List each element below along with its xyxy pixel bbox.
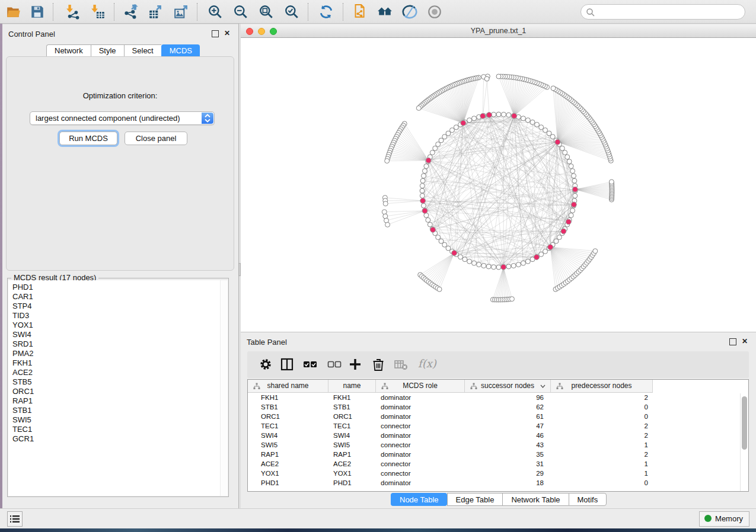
table-row[interactable]: ORC1ORC1dominator610	[248, 412, 749, 421]
search-input[interactable]	[580, 4, 745, 20]
vision-toggle-icon[interactable]	[402, 4, 417, 20]
share-document-icon[interactable]	[352, 4, 367, 20]
table-row[interactable]: STB1STB1dominator620	[248, 402, 749, 412]
tab-edge-table[interactable]: Edge Table	[447, 493, 503, 506]
table-row[interactable]: RAP1RAP1dominator352	[248, 450, 749, 459]
import-table-icon[interactable]	[90, 4, 106, 20]
close-panel-icon[interactable]: ✕	[224, 30, 231, 37]
column-header-mcds-role[interactable]: MCDS role	[376, 380, 465, 393]
optimization-criterion-select[interactable]: largest connected component (undirected)	[30, 111, 215, 125]
table-cell: STB1	[248, 402, 328, 412]
table-row[interactable]: ACE2ACE2connector311	[248, 459, 749, 469]
settings-gear-icon[interactable]	[259, 357, 273, 371]
zoom-fit-icon[interactable]	[259, 4, 274, 20]
delete-table-icon[interactable]	[394, 357, 408, 371]
table-row[interactable]: YOX1YOX1connector291	[248, 469, 749, 478]
mcds-result-item[interactable]: STB1	[12, 406, 221, 415]
zoom-in-icon[interactable]	[208, 4, 223, 20]
zoom-selected-icon[interactable]	[284, 4, 299, 20]
select-all-checkboxes-icon[interactable]	[303, 357, 317, 371]
refresh-icon[interactable]	[318, 4, 334, 20]
table-row[interactable]: FKH1FKH1dominator962	[248, 393, 749, 402]
add-column-icon[interactable]	[348, 357, 362, 371]
eye-disabled-icon[interactable]	[427, 4, 442, 20]
column-layout-icon[interactable]	[280, 357, 294, 371]
table-cell: dominator	[376, 450, 465, 459]
table-cell: dominator	[376, 412, 465, 421]
tab-network[interactable]: Network	[46, 44, 91, 57]
tab-motifs[interactable]: Motifs	[569, 493, 607, 506]
column-header-successor-nodes[interactable]: successor nodes	[465, 380, 551, 393]
mcds-result-item[interactable]: SWI4	[12, 330, 221, 339]
tab-network-table[interactable]: Network Table	[502, 493, 568, 506]
tab-mcds[interactable]: MCDS	[161, 44, 200, 57]
run-mcds-button[interactable]: Run MCDS	[59, 132, 117, 145]
mcds-result-scrollbar[interactable]	[220, 280, 228, 496]
table-scrollbar[interactable]	[740, 393, 748, 491]
table-cell: 47	[465, 421, 551, 431]
float-panel-icon[interactable]	[212, 30, 219, 37]
table-row[interactable]: SWI4SWI4dominator462	[248, 431, 749, 440]
table-cell: dominator	[376, 478, 465, 488]
tab-select[interactable]: Select	[124, 44, 161, 57]
hierarchy-icon	[381, 383, 388, 390]
network-canvas[interactable]	[241, 38, 756, 332]
tab-node-table[interactable]: Node Table	[391, 493, 447, 506]
close-panel-button[interactable]: Close panel	[125, 132, 187, 145]
mcds-result-item[interactable]: CAR1	[12, 292, 221, 302]
table-cell: RAP1	[328, 450, 376, 459]
mcds-result-item[interactable]: SWI5	[12, 415, 221, 425]
export-network-icon[interactable]	[123, 4, 139, 20]
mcds-result-item[interactable]: PHD1	[12, 283, 221, 292]
mcds-result-item[interactable]: TEC1	[12, 425, 221, 434]
mcds-result-item[interactable]: RAP1	[12, 396, 221, 406]
control-panel: Control Panel ✕ Network Style Select MCD…	[2, 24, 238, 508]
mcds-result-item[interactable]: SRD1	[12, 339, 221, 349]
column-header-predecessor-nodes[interactable]: predecessor nodes	[551, 380, 653, 393]
mcds-result-item[interactable]: PMA2	[12, 349, 221, 358]
zoom-out-icon[interactable]	[233, 4, 248, 20]
table-cell: RAP1	[248, 450, 328, 459]
close-panel-icon[interactable]: ✕	[741, 338, 748, 345]
column-header-shared-name[interactable]: shared name	[248, 380, 328, 393]
table-panel-title: Table Panel	[247, 338, 287, 347]
mcds-result-item[interactable]: YOX1	[12, 321, 221, 330]
table-row[interactable]: TEC1TEC1connector472	[248, 421, 749, 431]
mcds-result-item[interactable]: ORC1	[12, 387, 221, 396]
table-scrollbar-thumb[interactable]	[742, 396, 747, 450]
mcds-result-item[interactable]: GCR1	[12, 434, 221, 444]
mcds-result-item[interactable]: STP4	[12, 302, 221, 311]
mcds-result-list[interactable]: PHD1CAR1STP4TID3YOX1SWI4SRD1PMA2FKH1ACE2…	[8, 280, 221, 496]
network-window-titlebar[interactable]: YPA_prune.txt_1	[241, 25, 756, 38]
table-cell: TEC1	[248, 421, 328, 431]
task-history-button[interactable]	[7, 511, 23, 527]
import-network-icon[interactable]	[65, 4, 81, 20]
mcds-result-item[interactable]: TID3	[12, 311, 221, 321]
control-panel-title: Control Panel	[8, 30, 55, 39]
optimization-criterion-label: Optimization criterion:	[7, 91, 234, 100]
home-networks-icon[interactable]	[377, 4, 393, 20]
table-cell: 43	[465, 440, 551, 450]
memory-button[interactable]: Memory	[699, 511, 749, 527]
open-folder-icon[interactable]	[6, 4, 21, 20]
tab-style[interactable]: Style	[91, 44, 124, 57]
mcds-result-item[interactable]: FKH1	[12, 358, 221, 368]
network-window-title: YPA_prune.txt_1	[241, 27, 756, 35]
network-graph	[241, 38, 756, 332]
export-image-icon[interactable]	[174, 4, 189, 20]
deselect-all-checkboxes-icon[interactable]	[327, 357, 342, 371]
table-cell: 1	[551, 440, 653, 450]
table-row[interactable]: SWI5SWI5connector431	[248, 440, 749, 450]
mcds-result-item[interactable]: ACE2	[12, 368, 221, 377]
table-cell: dominator	[376, 431, 465, 440]
column-header-name[interactable]: name	[328, 380, 376, 393]
mcds-result-item[interactable]: STB5	[12, 377, 221, 387]
delete-column-icon[interactable]	[371, 357, 385, 371]
float-panel-icon[interactable]	[729, 338, 736, 345]
table-row[interactable]: PHD1PHD1dominator180	[248, 478, 749, 488]
export-table-icon[interactable]	[148, 4, 164, 20]
save-icon[interactable]	[30, 4, 45, 20]
table-cell: dominator	[376, 402, 465, 412]
table-cell: 0	[551, 402, 653, 412]
table-cell: FKH1	[328, 393, 376, 402]
